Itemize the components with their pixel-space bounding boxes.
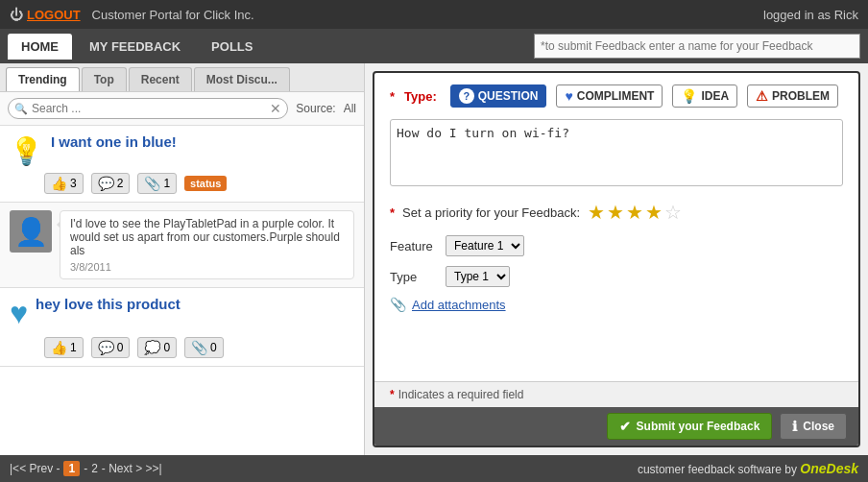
tab-trending[interactable]: Trending [6,67,80,91]
attachment-count: 1 [163,177,170,190]
search-icon: 🔍 [14,103,28,115]
submit-icon: ✔ [619,419,631,434]
type-btn-problem[interactable]: ⚠ PROBLEM [747,84,838,108]
tab-recent[interactable]: Recent [129,67,192,91]
nav-home[interactable]: HOME [8,34,72,60]
thumbsup-icon: 👍 [51,176,67,191]
comment-btn[interactable]: 💬 2 [91,173,131,194]
attach-icon: 📎 [390,297,406,312]
comment-icon-2: 💬 [98,340,114,355]
close-button[interactable]: ℹ Close [780,413,847,440]
feed-item-2: ♥ hey love this product 👍 1 💬 0 💭 0 [0,288,364,367]
required-note-text: Indicates a required field [398,388,524,401]
feedback-name-input[interactable] [534,34,860,59]
left-panel: Trending Top Recent Most Discu... 🔍 ✕ So… [0,63,365,455]
tab-top[interactable]: Top [82,67,127,91]
tabs: Trending Top Recent Most Discu... [0,63,364,92]
star-1[interactable]: ★ [588,201,605,224]
avatar-face: 👤 [14,216,48,248]
star-3[interactable]: ★ [626,201,643,224]
type-btn-compliment[interactable]: ♥ COMPLIMENT [556,84,663,108]
search-bar: 🔍 ✕ Source: All [0,92,364,126]
required-star-note: * [390,388,395,401]
search-input-wrap: 🔍 ✕ [8,98,288,119]
bulb-icon: 💡 [10,135,43,167]
vote-btn-2[interactable]: 👍 1 [44,337,84,358]
footer-right: customer feedback software by OneDesk [638,461,858,476]
problem-type-icon: ⚠ [756,88,768,104]
avatar: 👤 [10,210,52,253]
form-body: * Type: ? QUESTION ♥ COMPLIMENT 💡 IDEA [374,73,858,381]
heart-icon: ♥ [10,296,28,331]
feed-item-2-title[interactable]: hey love this product [36,296,181,312]
add-attachments-link[interactable]: Add attachments [412,298,506,312]
feedback-form: * Type: ? QUESTION ♥ COMPLIMENT 💡 IDEA [373,71,860,447]
feedback-textarea[interactable]: How do I turn on wi-fi? [390,119,843,186]
search-clear-icon[interactable]: ✕ [270,101,281,116]
portal-title: Customer Portal for Click Inc. [92,8,254,22]
paperclip-icon: 📎 [144,176,160,191]
feed-item-2-actions: 👍 1 💬 0 💭 0 📎 0 [44,337,354,358]
star-5[interactable]: ☆ [664,201,682,224]
vote-count: 3 [70,177,77,190]
attachment-btn[interactable]: 📎 1 [137,173,177,194]
comment-icon: 💬 [98,176,114,191]
star-4[interactable]: ★ [645,201,663,224]
next-page-btn[interactable]: - Next > >>| [102,462,162,475]
type-question-label: QUESTION [478,89,539,103]
vote-btn[interactable]: 👍 3 [44,173,84,194]
logged-in-text: logged in as Rick [763,8,858,22]
tab-most-discussed[interactable]: Most Discu... [194,67,290,91]
stars[interactable]: ★ ★ ★ ★ ☆ [588,201,682,224]
status-badge: status [184,176,227,191]
submit-button[interactable]: ✔ Submit your Feedback [607,413,773,440]
main-area: Trending Top Recent Most Discu... 🔍 ✕ So… [0,63,868,455]
comment-bubble: I'd love to see the PlayTabletPad in a p… [60,210,354,279]
source-label: Source: [296,102,335,115]
required-star-priority: * [390,205,395,220]
priority-row: * Set a priority for your Feedback: ★ ★ … [390,201,843,224]
power-icon: ⏻ [10,7,23,22]
attachment-count-2: 0 [210,341,217,354]
type-field-label: Type [390,270,438,284]
feed-item-1-title[interactable]: I want one in blue! [51,133,177,150]
speech-btn-2[interactable]: 💭 0 [137,337,177,358]
page-2[interactable]: 2 [91,462,98,475]
nav-polls[interactable]: POLLS [198,34,266,60]
current-page[interactable]: 1 [63,461,80,476]
heart-type-icon: ♥ [565,88,572,104]
attach-row: 📎 Add attachments [390,297,843,312]
right-panel: * Type: ? QUESTION ♥ COMPLIMENT 💡 IDEA [365,63,868,455]
page-separator: - [84,462,87,475]
comment-btn-2[interactable]: 💬 0 [91,337,131,358]
thumbsup-icon-2: 👍 [51,340,67,355]
type-row: * Type: ? QUESTION ♥ COMPLIMENT 💡 IDEA [390,84,843,108]
question-icon: ? [459,88,474,104]
nav-bar: HOME MY FEEDBACK POLLS [0,29,868,63]
search-input[interactable] [32,102,270,115]
type-btn-question[interactable]: ? QUESTION [450,84,547,108]
type-btn-idea[interactable]: 💡 IDEA [672,84,737,108]
form-footer: ✔ Submit your Feedback ℹ Close [374,407,858,446]
comment-count: 2 [117,177,124,190]
type-compliment-label: COMPLIMENT [577,89,655,103]
logout-link[interactable]: LOGOUT [27,8,81,22]
star-2[interactable]: ★ [607,201,624,224]
pagination-bar: |<< Prev - 1 - 2 - Next > >>| customer f… [0,455,868,482]
first-page-btn[interactable]: |<< Prev - [10,462,60,475]
feature-label: Feature [390,239,438,253]
onedesk-brand: OneDesk [800,461,858,476]
type-idea-label: IDEA [701,89,729,103]
type-label: Type: [404,89,437,104]
required-note: * Indicates a required field [374,381,858,407]
nav-my-feedback[interactable]: MY FEEDBACK [76,34,194,60]
close-label: Close [803,420,834,433]
feature-select[interactable]: Feature 1 [446,235,524,256]
priority-label: Set a priority for your Feedback: [402,205,580,220]
feed-item-2-header: ♥ hey love this product [10,296,354,331]
attachment-btn-2[interactable]: 📎 0 [184,337,224,358]
type-problem-label: PROBLEM [772,89,830,103]
feed: 💡 I want one in blue! 👍 3 💬 2 📎 1 [0,126,364,455]
type-field-select[interactable]: Type 1 [446,266,510,287]
comment-date: 3/8/2011 [70,261,344,273]
